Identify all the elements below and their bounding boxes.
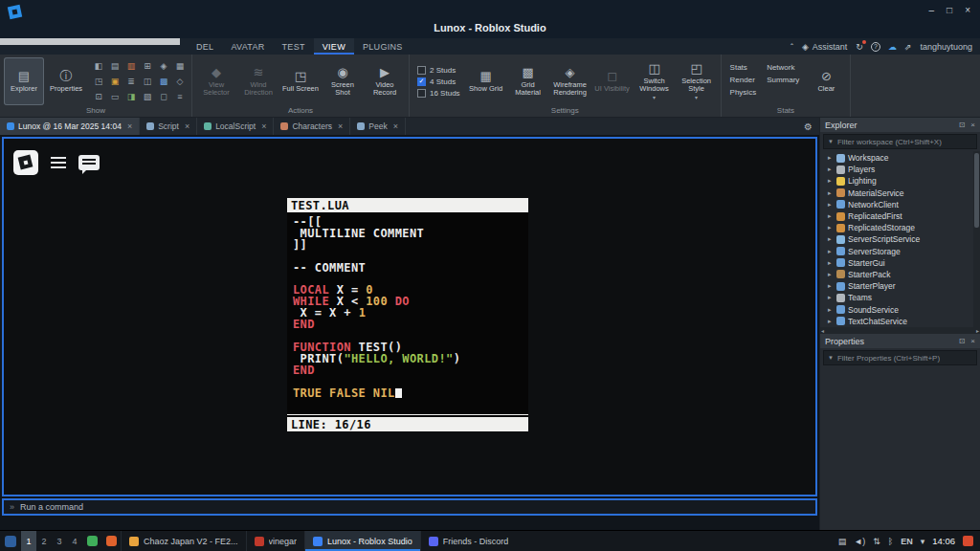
ribbon-tab-del[interactable]: DEL [188,38,222,55]
grid-material-button[interactable]: ▩Grid Material [508,57,548,105]
properties-button[interactable]: ⓘProperties [46,57,86,105]
float-panel-icon[interactable]: ⊡ [959,337,966,345]
network-stat-button[interactable]: Network [767,63,799,72]
tray-app-icon[interactable] [963,536,973,546]
close-tab-icon[interactable]: × [127,121,132,131]
assistant-button[interactable]: ◈ Assistant [802,42,847,52]
tree-item-starterplayer[interactable]: ▸StarterPlayer [822,280,972,292]
chevron-right-icon[interactable]: ▸ [828,318,834,325]
panel-toggle-icon[interactable]: ◈ [156,59,171,74]
tree-item-networkclient[interactable]: ▸NetworkClient [822,199,972,210]
screen-shot-button[interactable]: ◉Screen Shot [323,57,363,105]
tree-item-teams[interactable]: ▸Teams [822,292,972,303]
chevron-right-icon[interactable]: ▸ [828,177,834,185]
panel-toggle-icon[interactable]: ◧ [91,59,106,74]
workspace-button-3[interactable]: 3 [52,531,67,551]
workspace-button-4[interactable]: 4 [67,531,82,551]
command-bar[interactable]: » Run a command [2,498,817,516]
panel-toggle-icon[interactable]: ◇ [172,75,188,89]
taskbar-window-friends-discord[interactable]: Friends - Discord [420,531,517,551]
doc-tab-localscript[interactable]: LocalScript× [197,118,274,135]
chevron-right-icon[interactable]: ▸ [828,235,834,243]
launcher-button[interactable] [101,531,121,551]
tree-item-textchatservice[interactable]: ▸TextChatService [822,316,972,327]
launcher-button[interactable] [82,531,101,551]
gear-icon[interactable]: ⚙ [804,121,819,132]
panel-toggle-icon[interactable]: ▩ [156,75,171,89]
chevron-right-icon[interactable]: ▸ [828,165,834,173]
panel-toggle-icon[interactable]: ▥ [123,59,139,74]
doc-tab-characters[interactable]: Characters× [274,118,350,135]
switch-windows-button[interactable]: ◫Switch Windows▾ [635,57,675,105]
chevron-right-icon[interactable]: ▸ [828,271,834,278]
chevron-right-icon[interactable]: ▸ [828,248,834,255]
view-selector-button[interactable]: ◆View Selector [196,57,236,105]
panel-toggle-icon[interactable]: ▭ [107,90,122,104]
chevron-right-icon[interactable]: ▸ [828,259,834,267]
tree-item-serverscriptservice[interactable]: ▸ServerScriptService [822,233,972,245]
collapse-ribbon-icon[interactable]: ˆ [791,42,793,52]
explorer-button[interactable]: ▤Explorer [4,57,44,105]
game-viewport[interactable]: TEST.LUA --[[ MULTILINE COMMENT]]-- COMM… [2,137,817,496]
tree-item-materialservice[interactable]: ▸MaterialService [822,187,972,199]
chevron-right-icon[interactable]: ▸ [828,154,834,162]
render-stat-button[interactable]: Render [730,76,757,84]
panel-toggle-icon[interactable]: ◳ [91,75,106,89]
show-grid-button[interactable]: ▦Show Grid [466,57,506,105]
minimize-button[interactable]: – [929,5,935,15]
username[interactable]: tanghuytuong [920,42,972,52]
chat-icon[interactable] [78,155,100,170]
physics-stat-button[interactable]: Physics [730,88,757,97]
close-button[interactable]: × [965,5,970,15]
chevron-right-icon[interactable]: ▸ [828,212,834,220]
taskbar-window-vinegar[interactable]: vinegar [246,531,305,551]
chevron-right-icon[interactable]: ▸ [828,224,834,231]
tree-item-replicatedfirst[interactable]: ▸ReplicatedFirst [822,210,972,222]
close-panel-icon[interactable]: × [970,121,975,129]
clipboard-icon[interactable]: ▤ [838,537,847,546]
tree-item-startergui[interactable]: ▸StarterGui [822,257,972,269]
workspace-button-2[interactable]: 2 [36,531,52,551]
chevron-right-icon[interactable]: ▸ [828,282,834,290]
panel-toggle-icon[interactable]: ▦ [172,59,188,74]
chevron-right-icon[interactable]: ▸ [828,294,834,301]
doc-tab-lunox-16-mar-2025-14-04[interactable]: Lunox @ 16 Mar 2025 14:04× [0,118,140,135]
scroll-left-icon[interactable]: ◂ [821,328,824,334]
taskbar-window-chaoz-japan-v2-fe2[interactable]: Chaoz Japan V2 - FE2... [121,531,246,551]
clear-button[interactable]: ⊘Clear [806,57,846,105]
panel-toggle-icon[interactable]: ⊡ [91,90,106,104]
cloud-sync-icon[interactable]: ☁ [888,42,897,52]
ribbon-tab-test[interactable]: TEST [274,38,314,55]
share-icon[interactable]: ⇗ [904,42,912,52]
close-tab-icon[interactable]: × [261,121,266,131]
tree-item-replicatedstorage[interactable]: ▸ReplicatedStorage [822,222,972,233]
panel-toggle-icon[interactable]: ▣ [107,75,122,89]
editor-body[interactable]: --[[ MULTILINE COMMENT]]-- COMMENTLOCAL … [287,212,528,414]
volume-icon[interactable]: ◄) [854,537,865,546]
panel-toggle-icon[interactable]: ▤ [107,59,122,74]
menu-icon[interactable] [51,157,66,168]
tree-item-starterpack[interactable]: ▸StarterPack [822,269,972,280]
explorer-filter-input[interactable]: ▼ Filter workspace (Ctrl+Shift+X) [823,134,977,149]
close-tab-icon[interactable]: × [185,121,189,131]
4-studs-checkbox[interactable]: ✓4 Studs [417,77,460,86]
help-icon[interactable]: ? [871,42,880,52]
video-record-button[interactable]: ▶Video Record [365,57,405,105]
bluetooth-icon[interactable]: ᛒ [888,537,893,546]
language-indicator[interactable]: EN [901,537,913,546]
panel-toggle-icon[interactable]: ▧ [140,90,155,104]
selection-style-button[interactable]: ◰Selection Style▾ [677,57,717,105]
ui-visibility-button[interactable]: ◻UI Visibility [592,57,633,105]
stats-stat-button[interactable]: Stats [730,63,757,72]
horizontal-scrollbar[interactable]: ◂ ▸ [820,327,980,334]
panel-toggle-icon[interactable]: ◻ [156,90,171,104]
chevron-right-icon[interactable]: ▸ [828,201,834,209]
close-tab-icon[interactable]: × [393,121,398,131]
panel-toggle-icon[interactable]: ≣ [123,75,139,89]
summary-stat-button[interactable]: Summary [767,76,799,84]
doc-tab-script[interactable]: Script× [140,118,197,135]
chevron-right-icon[interactable]: ▸ [828,306,834,314]
close-tab-icon[interactable]: × [338,121,343,131]
close-panel-icon[interactable]: × [970,337,975,345]
tree-item-serverstorage[interactable]: ▸ServerStorage [822,246,972,257]
